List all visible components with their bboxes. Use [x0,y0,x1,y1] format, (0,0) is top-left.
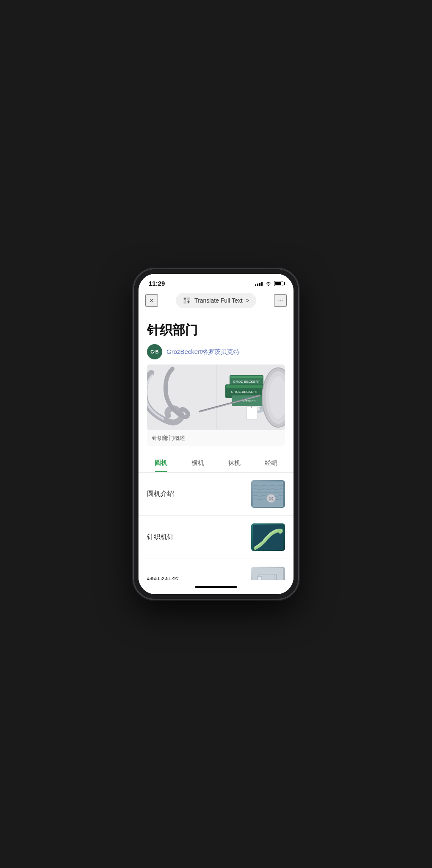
tab-flat[interactable]: 横机 [180,453,216,472]
home-indicator [138,580,294,594]
phone-screen: 11:29 × [138,274,294,594]
tabs-container: 圆机 横机 袜机 经编 [138,453,294,473]
list-thumbnail-needle [251,523,285,551]
status-time: 11:29 [149,280,165,287]
hero-image: GROZ-BECKERT GROZ-BECKERT NEEDLES [147,364,285,430]
battery-icon [274,281,283,286]
hero-illustration: GROZ-BECKERT GROZ-BECKERT NEEDLES [147,364,285,430]
list-item[interactable]: 辅针&针筒 [138,559,294,580]
list-item-title: 针织机针 [147,533,174,542]
page-title: 针织部门 [147,322,285,339]
svg-rect-15 [246,407,257,420]
page-header: 针织部门 G·B GrozBeckert格罗茨贝克特 [138,313,294,364]
close-button[interactable]: × [145,294,158,307]
list-item[interactable]: 针织机针 [138,516,294,559]
tab-warp[interactable]: 经编 [253,453,290,472]
more-options-button[interactable]: ··· [274,294,287,307]
translate-label: Translate Full Text [194,297,243,304]
svg-rect-1 [187,298,190,300]
top-nav: × Translate Full Text > ··· [138,289,294,313]
translate-full-text-button[interactable]: Translate Full Text > [176,293,256,308]
status-bar: 11:29 [138,274,294,289]
author-row[interactable]: G·B GrozBeckert格罗茨贝克特 [147,344,285,359]
list-item-title: 圆机介绍 [147,490,174,498]
wifi-icon [265,281,271,286]
home-bar [195,586,237,588]
phone-shell: 11:29 × [133,269,299,599]
svg-rect-2 [184,301,187,304]
author-name: GrozBeckert格罗茨贝克特 [166,348,240,356]
svg-rect-6 [230,376,263,378]
svg-text:GROZ-BECKERT: GROZ-BECKERT [231,390,258,394]
avatar: G·B [147,344,162,359]
tab-circular[interactable]: 圆机 [143,453,180,472]
list-item-title: 辅针&针筒 [147,576,179,580]
translate-chevron: > [246,297,249,304]
svg-rect-9 [226,385,263,388]
list-thumbnail-sinker [251,567,285,580]
status-icons [255,281,283,286]
list-thumbnail-knit [251,480,285,508]
content-scroll[interactable]: 针织部门 G·B GrozBeckert格罗茨贝克特 [138,313,294,580]
translate-icon [183,296,191,305]
list-item[interactable]: 圆机介绍 [138,473,294,516]
tab-hosiery[interactable]: 袜机 [216,453,253,472]
svg-rect-22 [253,481,283,507]
signal-icon [255,281,263,286]
image-caption: 针织部门概述 [147,430,285,446]
svg-text:GROZ-BECKERT: GROZ-BECKERT [233,380,260,384]
